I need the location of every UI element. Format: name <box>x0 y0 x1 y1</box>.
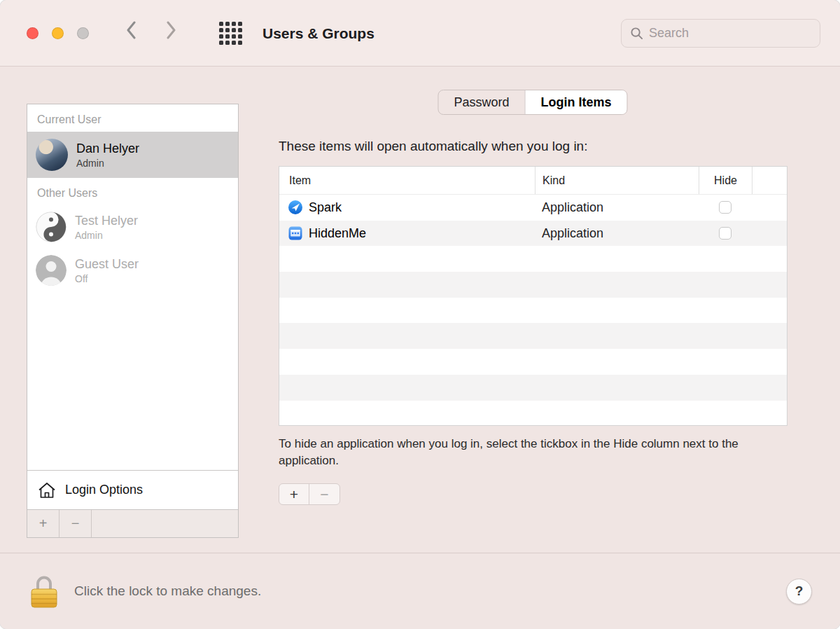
table-row-empty <box>279 323 787 349</box>
yin-yang-avatar-icon <box>36 212 66 242</box>
search-icon <box>630 27 643 40</box>
hiddenme-app-icon <box>288 226 302 240</box>
titlebar: Users & Groups <box>0 0 840 67</box>
forward-button[interactable] <box>167 21 176 39</box>
remove-user-button[interactable]: − <box>59 510 92 537</box>
user-meta: Test Helyer Admin <box>75 214 138 241</box>
tab-login-items[interactable]: Login Items <box>525 90 627 114</box>
login-options-button[interactable]: Login Options <box>27 470 238 509</box>
traffic-lights <box>27 27 89 39</box>
table-row-empty <box>279 246 787 272</box>
add-login-item-button[interactable]: + <box>279 484 309 504</box>
close-button[interactable] <box>27 27 38 39</box>
nav-buttons <box>126 21 176 39</box>
column-header-item[interactable]: Item <box>279 167 535 194</box>
table-row-empty <box>279 401 787 427</box>
remove-login-item-button[interactable]: − <box>309 484 340 504</box>
table-row-empty <box>279 272 787 298</box>
current-user-header: Current User <box>27 104 238 132</box>
kind-cell: Application <box>535 200 699 215</box>
item-cell: HiddenMe <box>279 226 535 241</box>
column-header-hide[interactable]: Hide <box>699 167 752 194</box>
hide-checkbox[interactable] <box>719 201 732 214</box>
user-meta: Dan Helyer Admin <box>76 141 139 169</box>
table-header: Item Kind Hide <box>279 167 787 195</box>
sidebar-spacer <box>27 292 238 470</box>
zoom-button[interactable] <box>77 27 89 39</box>
table-row-empty <box>279 375 787 401</box>
help-button[interactable]: ? <box>786 579 812 604</box>
minimize-button[interactable] <box>52 27 64 39</box>
lock-button[interactable] <box>28 573 60 609</box>
login-options-label: Login Options <box>65 483 143 497</box>
user-name: Dan Helyer <box>76 141 139 156</box>
hide-cell <box>699 227 752 240</box>
user-row-guest-user[interactable]: Guest User Off <box>27 249 238 292</box>
user-role: Off <box>75 273 139 284</box>
table-row-empty <box>279 298 787 324</box>
back-button[interactable] <box>126 21 136 39</box>
table-row-hiddenme[interactable]: HiddenMe Application <box>279 221 787 247</box>
tab-password[interactable]: Password <box>438 90 524 114</box>
item-name: HiddenMe <box>309 226 366 241</box>
users-sidebar: Current User Dan Helyer Admin Other User… <box>27 104 239 538</box>
user-role: Admin <box>76 158 139 169</box>
login-items-table: Item Kind Hide Spark Application <box>279 166 788 426</box>
hide-hint-text: To hide an application when you log in, … <box>279 436 790 469</box>
hide-cell <box>699 201 752 214</box>
window-title: Users & Groups <box>262 0 374 67</box>
hide-checkbox[interactable] <box>719 227 732 240</box>
show-all-grid-icon[interactable] <box>219 22 242 45</box>
footer-bar: Click the lock to make changes. ? <box>0 553 840 629</box>
table-row-spark[interactable]: Spark Application <box>279 195 787 221</box>
lock-message: Click the lock to make changes. <box>74 583 261 599</box>
user-role: Admin <box>75 230 138 241</box>
user-row-test-helyer[interactable]: Test Helyer Admin <box>27 205 238 249</box>
user-avatar-photo <box>36 139 68 171</box>
column-header-kind[interactable]: Kind <box>535 167 699 194</box>
table-row-empty <box>279 349 787 375</box>
user-name: Test Helyer <box>75 214 138 228</box>
spark-app-icon <box>288 200 302 214</box>
user-meta: Guest User Off <box>75 257 139 284</box>
search-field[interactable] <box>621 19 820 48</box>
chevron-right-icon <box>167 21 176 39</box>
item-name: Spark <box>309 200 342 215</box>
login-item-actions: + − <box>279 483 340 505</box>
user-row-dan-helyer[interactable]: Dan Helyer Admin <box>27 132 238 178</box>
home-icon <box>38 482 56 499</box>
other-users-header: Other Users <box>27 178 238 205</box>
search-input[interactable] <box>649 26 811 41</box>
lock-icon <box>28 573 60 609</box>
guest-user-avatar-icon <box>36 255 66 286</box>
users-groups-window: Users & Groups Current User Dan Helyer A… <box>0 0 840 629</box>
add-user-button[interactable]: + <box>27 510 59 537</box>
chevron-left-icon <box>126 21 136 39</box>
tab-bar: Password Login Items <box>438 90 627 115</box>
kind-cell: Application <box>535 226 699 241</box>
column-header-spacer <box>752 167 787 194</box>
user-name: Guest User <box>75 257 139 272</box>
sidebar-actions: + − <box>27 509 238 537</box>
login-items-intro: These items will open automatically when… <box>279 139 587 154</box>
item-cell: Spark <box>279 200 535 215</box>
